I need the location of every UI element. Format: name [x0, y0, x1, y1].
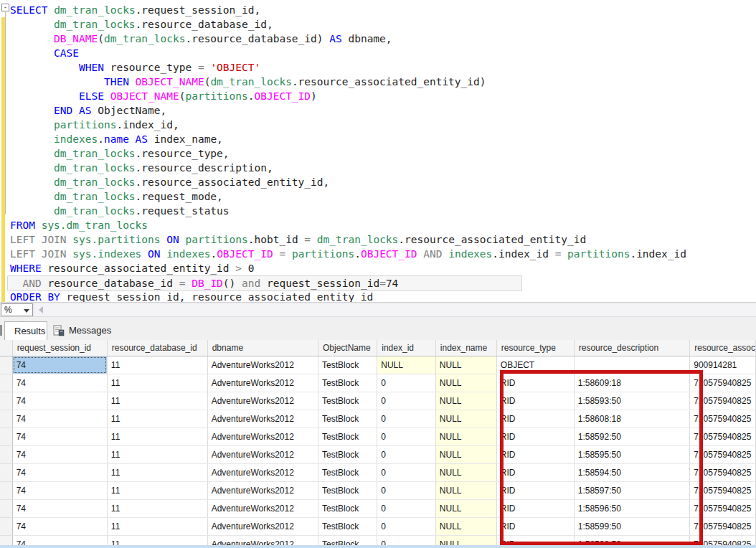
grid-row-header[interactable]	[0, 428, 12, 446]
grid-cell[interactable]: 720575940825	[690, 446, 756, 464]
grid-row-header[interactable]	[0, 374, 12, 392]
grid-cell[interactable]: AdventureWorks2012	[207, 392, 318, 410]
grid-cell[interactable]: 74	[12, 410, 107, 428]
grid-cell[interactable]: 74	[12, 356, 107, 374]
grid-cell[interactable]: 74	[12, 500, 107, 518]
grid-cell[interactable]: NULL	[435, 482, 496, 500]
editor-horizontal-scrollbar[interactable]	[34, 303, 756, 316]
grid-cell[interactable]: RID	[496, 374, 574, 392]
grid-cell[interactable]: 720575940825	[690, 428, 756, 446]
tab-results[interactable]: Results	[4, 321, 47, 341]
grid-cell[interactable]: 11	[107, 536, 207, 546]
grid-header-cell[interactable]: index_name	[435, 340, 496, 356]
grid-corner-header[interactable]	[0, 340, 12, 356]
grid-header-cell[interactable]: resource_description	[574, 340, 689, 356]
grid-cell[interactable]: 11	[107, 446, 207, 464]
grid-cell[interactable]: 74	[12, 392, 107, 410]
grid-cell[interactable]: TestBlock	[318, 446, 377, 464]
grid-row-header[interactable]	[0, 464, 12, 482]
grid-cell[interactable]: 1:58595:50	[574, 446, 689, 464]
grid-cell[interactable]: NULL	[435, 536, 496, 546]
grid-cell[interactable]: NULL	[435, 410, 496, 428]
grid-cell[interactable]: AdventureWorks2012	[207, 356, 318, 374]
grid-cell[interactable]: NULL	[435, 374, 496, 392]
grid-cell[interactable]: 0	[377, 500, 436, 518]
grid-cell[interactable]: AdventureWorks2012	[207, 518, 318, 536]
scroll-left-arrow-icon[interactable]	[39, 306, 43, 313]
grid-cell[interactable]: 1:58609:18	[574, 374, 689, 392]
grid-cell[interactable]: 1:58608:18	[574, 410, 689, 428]
grid-cell[interactable]: AdventureWorks2012	[207, 500, 318, 518]
grid-cell[interactable]: 11	[107, 464, 207, 482]
grid-row-header[interactable]	[0, 500, 12, 518]
editor-zoom-dropdown[interactable]: %	[1, 303, 33, 316]
grid-cell[interactable]: 1:58597:50	[574, 482, 689, 500]
grid-cell[interactable]: NULL	[435, 428, 496, 446]
grid-cell[interactable]: TestBlock	[318, 374, 377, 392]
grid-cell[interactable]: TestBlock	[318, 356, 377, 374]
grid-header-cell[interactable]: resource_database_id	[107, 340, 207, 356]
grid-row-header[interactable]	[0, 410, 12, 428]
sql-editor-pane[interactable]: - SELECT dm_tran_locks.request_session_i…	[0, 0, 756, 302]
grid-cell[interactable]: 720575940825	[690, 518, 756, 536]
grid-row-header[interactable]	[0, 356, 12, 374]
tab-messages[interactable]: Messages	[47, 321, 125, 341]
grid-cell[interactable]: AdventureWorks2012	[207, 428, 318, 446]
grid-cell[interactable]: TestBlock	[318, 410, 377, 428]
grid-cell[interactable]: TestBlock	[318, 392, 377, 410]
grid-cell[interactable]: 74	[12, 428, 107, 446]
grid-cell[interactable]: 11	[107, 482, 207, 500]
grid-cell[interactable]: 11	[107, 518, 207, 536]
grid-cell[interactable]: RID	[496, 518, 574, 536]
grid-cell[interactable]: 1:58594:50	[574, 464, 689, 482]
grid-cell[interactable]: NULL	[435, 446, 496, 464]
grid-header-cell[interactable]: index_id	[377, 340, 436, 356]
grid-cell[interactable]: AdventureWorks2012	[207, 446, 318, 464]
grid-cell[interactable]: 0	[377, 482, 436, 500]
grid-cell[interactable]: 11	[107, 374, 207, 392]
grid-cell[interactable]: 0	[377, 392, 436, 410]
grid-cell[interactable]: 11	[107, 428, 207, 446]
grid-header-cell[interactable]: resource_type	[496, 340, 574, 356]
grid-cell[interactable]: NULL	[435, 464, 496, 482]
grid-header-cell[interactable]: request_session_id	[12, 340, 107, 356]
grid-cell[interactable]: OBJECT	[496, 356, 574, 374]
grid-cell[interactable]: AdventureWorks2012	[207, 464, 318, 482]
grid-cell[interactable]	[574, 356, 689, 374]
grid-cell[interactable]: NULL	[377, 356, 436, 374]
grid-cell[interactable]: RID	[496, 392, 574, 410]
grid-row-header[interactable]	[0, 482, 12, 500]
grid-cell[interactable]: RID	[496, 500, 574, 518]
grid-cell[interactable]: 0	[377, 410, 436, 428]
grid-cell[interactable]: 74	[12, 518, 107, 536]
grid-cell[interactable]: 720575940825	[690, 392, 756, 410]
grid-cell[interactable]: 0	[377, 428, 436, 446]
grid-cell[interactable]: 74	[12, 482, 107, 500]
grid-row-header[interactable]	[0, 392, 12, 410]
grid-cell[interactable]: 720575940825	[690, 410, 756, 428]
grid-cell[interactable]: AdventureWorks2012	[207, 410, 318, 428]
grid-cell[interactable]: 74	[12, 536, 107, 546]
grid-cell[interactable]: TestBlock	[318, 536, 377, 546]
grid-cell[interactable]: 1:58596:50	[574, 500, 689, 518]
grid-header-cell[interactable]: dbname	[207, 340, 318, 356]
grid-cell[interactable]: 74	[12, 464, 107, 482]
grid-cell[interactable]: 0	[377, 374, 436, 392]
grid-cell[interactable]: RID	[496, 446, 574, 464]
grid-row-header[interactable]	[0, 536, 12, 546]
grid-cell[interactable]: 1:58599:50	[574, 518, 689, 536]
grid-header-cell[interactable]: resource_assoc	[690, 340, 756, 356]
grid-cell[interactable]: 720575940825	[690, 500, 756, 518]
grid-cell[interactable]: NULL	[435, 392, 496, 410]
grid-cell[interactable]: TestBlock	[318, 482, 377, 500]
grid-cell[interactable]: 1:58598:50	[574, 536, 689, 546]
grid-cell[interactable]: NULL	[435, 500, 496, 518]
grid-cell[interactable]: TestBlock	[318, 500, 377, 518]
grid-cell[interactable]: RID	[496, 464, 574, 482]
grid-cell[interactable]: 11	[107, 392, 207, 410]
grid-cell[interactable]: RID	[496, 482, 574, 500]
grid-cell[interactable]: 720575940825	[690, 464, 756, 482]
grid-cell[interactable]: AdventureWorks2012	[207, 482, 318, 500]
grid-cell[interactable]: RID	[496, 410, 574, 428]
grid-cell[interactable]: 720575940825	[690, 536, 756, 546]
